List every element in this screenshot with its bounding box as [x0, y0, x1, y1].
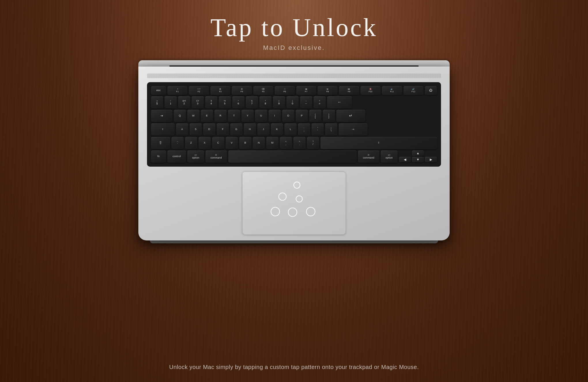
- key-k[interactable]: K: [271, 123, 283, 136]
- macbook-lid: [138, 60, 450, 67]
- key-r[interactable]: R: [214, 110, 227, 122]
- key-command-l[interactable]: ⌘command: [206, 150, 227, 163]
- key-minus[interactable]: ––: [300, 96, 312, 108]
- key-p[interactable]: P: [296, 110, 308, 122]
- key-power[interactable]: ⏻: [425, 86, 437, 95]
- key-w[interactable]: W: [187, 110, 199, 122]
- keyboard: esc ☀F1 ☀☀F2 ⊞F3 ⊟F4 ⌫F5 ☆F6 ⏮F7 ⏯F8 ⏭F9…: [147, 82, 441, 167]
- key-f7[interactable]: ⏮F7: [296, 86, 316, 95]
- key-return[interactable]: ↵: [336, 110, 365, 122]
- key-bracket-l[interactable]: {[: [309, 110, 321, 122]
- key-2[interactable]: @€2: [178, 96, 190, 108]
- key-y[interactable]: Y: [242, 110, 254, 122]
- key-f12[interactable]: 🔊F12: [404, 86, 423, 95]
- key-shift-r[interactable]: ⇧: [321, 137, 437, 149]
- qwerty-row: ⇥ Q W E R T Y U I O P {[ }] ↵: [151, 110, 437, 122]
- key-5[interactable]: %5: [219, 96, 231, 108]
- key-section[interactable]: ±§: [151, 96, 163, 108]
- key-0[interactable]: )0: [287, 96, 299, 108]
- key-z[interactable]: Z: [185, 137, 197, 149]
- key-tilde[interactable]: ~`: [171, 137, 184, 149]
- svg-point-4: [288, 208, 297, 217]
- key-f6[interactable]: ☆F6: [275, 86, 295, 95]
- background: Tap to Unlock MacID exclusive. esc ☀F1 ☀…: [0, 0, 588, 382]
- key-b[interactable]: B: [239, 137, 251, 149]
- key-f4[interactable]: ⊟F4: [232, 86, 252, 95]
- svg-point-1: [279, 193, 286, 200]
- key-m[interactable]: M: [266, 137, 278, 149]
- keyboard-keys: esc ☀F1 ☀☀F2 ⊞F3 ⊟F4 ⌫F5 ☆F6 ⏮F7 ⏯F8 ⏭F9…: [151, 86, 437, 163]
- bottom-caption: Unlock your Mac simply by tapping a cust…: [0, 364, 588, 370]
- key-h[interactable]: H: [244, 123, 256, 136]
- key-d[interactable]: D: [203, 123, 215, 136]
- key-g[interactable]: G: [230, 123, 242, 136]
- key-command-r[interactable]: ⌘command: [358, 150, 379, 163]
- key-f2[interactable]: ☀☀F2: [189, 86, 209, 95]
- key-4[interactable]: $4: [205, 96, 217, 108]
- key-fn[interactable]: fn: [151, 150, 166, 163]
- key-v[interactable]: V: [226, 137, 238, 149]
- key-i[interactable]: I: [269, 110, 281, 122]
- key-9[interactable]: (9: [273, 96, 285, 108]
- macbook-body: esc ☀F1 ☀☀F2 ⊞F3 ⊟F4 ⌫F5 ☆F6 ⏮F7 ⏯F8 ⏭F9…: [138, 67, 450, 240]
- key-f10[interactable]: 🔇F10: [361, 86, 380, 95]
- key-shift-extra[interactable]: ⇥: [339, 123, 367, 136]
- main-title: Tap to Unlock: [210, 14, 378, 42]
- key-f[interactable]: F: [217, 123, 229, 136]
- key-arrow-right[interactable]: ▶: [425, 157, 437, 162]
- trackpad[interactable]: [242, 171, 346, 235]
- key-e[interactable]: E: [201, 110, 213, 122]
- key-bracket-r[interactable]: }]: [323, 110, 335, 122]
- key-c[interactable]: C: [212, 137, 224, 149]
- svg-point-3: [271, 207, 280, 216]
- key-option-r[interactable]: altoption: [381, 150, 397, 163]
- key-q[interactable]: Q: [174, 110, 186, 122]
- key-u[interactable]: U: [255, 110, 267, 122]
- key-control[interactable]: control: [167, 150, 186, 163]
- bottom-row: fn control altoption ⌘command ⌘command a…: [151, 150, 437, 163]
- key-s[interactable]: S: [190, 123, 202, 136]
- trackpad-area: [147, 171, 441, 240]
- key-tab[interactable]: ⇥: [151, 110, 172, 122]
- key-slash[interactable]: ?/: [307, 137, 319, 149]
- caption-text: Unlock your Mac simply by tapping a cust…: [169, 364, 419, 370]
- key-period[interactable]: >.: [293, 137, 306, 149]
- key-6[interactable]: ^6: [232, 96, 244, 108]
- key-x[interactable]: X: [199, 137, 211, 149]
- key-j[interactable]: J: [257, 123, 270, 136]
- subtitle: MacID exclusive.: [210, 44, 378, 52]
- key-quote[interactable]: "': [312, 123, 324, 136]
- key-f9[interactable]: ⏭F9: [339, 86, 359, 95]
- key-shift-l[interactable]: ⇧: [151, 137, 170, 149]
- key-l[interactable]: L: [284, 123, 297, 136]
- key-backslash[interactable]: |\: [325, 123, 337, 136]
- key-equal[interactable]: +=: [314, 96, 326, 108]
- key-1[interactable]: !1: [165, 96, 177, 108]
- key-3[interactable]: £#3: [192, 96, 204, 108]
- key-arrow-up[interactable]: ▲: [412, 150, 424, 156]
- key-comma[interactable]: <,: [280, 137, 292, 149]
- key-backspace[interactable]: ←: [327, 96, 352, 108]
- key-esc[interactable]: esc: [151, 86, 166, 95]
- key-n[interactable]: N: [253, 137, 265, 149]
- key-7[interactable]: &7: [246, 96, 258, 108]
- key-arrow-left[interactable]: ◀: [399, 157, 411, 162]
- key-option-l[interactable]: altoption: [187, 150, 204, 163]
- key-f1[interactable]: ☀F1: [167, 86, 187, 95]
- key-f3[interactable]: ⊞F3: [210, 86, 230, 95]
- key-f5[interactable]: ⌫F5: [253, 86, 273, 95]
- key-a[interactable]: A: [176, 123, 188, 136]
- key-8[interactable]: *8: [259, 96, 272, 108]
- key-o[interactable]: O: [282, 110, 294, 122]
- key-f8[interactable]: ⏯F8: [318, 86, 338, 95]
- key-capslock[interactable]: ⇪: [151, 123, 175, 136]
- key-arrow-down[interactable]: ▼: [412, 157, 424, 162]
- speaker-grille: [147, 74, 441, 78]
- macbook: esc ☀F1 ☀☀F2 ⊞F3 ⊟F4 ⌫F5 ☆F6 ⏮F7 ⏯F8 ⏭F9…: [135, 60, 453, 243]
- svg-point-2: [296, 196, 302, 202]
- key-t[interactable]: T: [228, 110, 240, 122]
- key-f11[interactable]: 🔉F11: [382, 86, 402, 95]
- key-semicolon[interactable]: :;: [298, 123, 310, 136]
- touch-pattern: [265, 180, 323, 226]
- key-space[interactable]: [228, 150, 357, 163]
